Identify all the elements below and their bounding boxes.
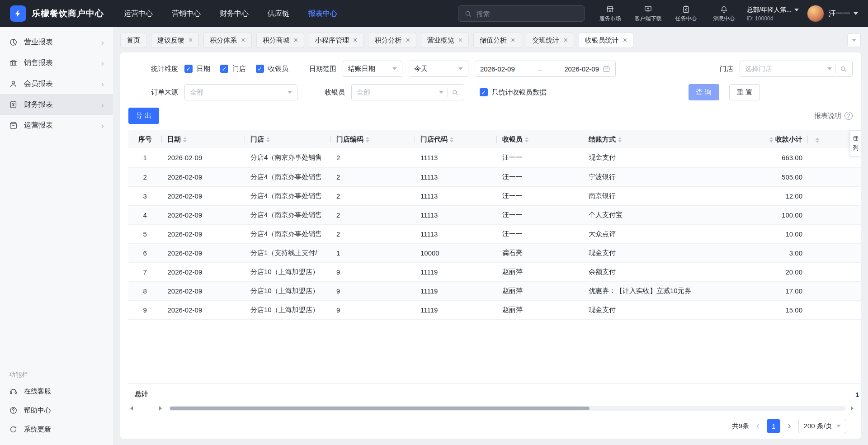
tab-8[interactable]: 储值分析×	[473, 33, 521, 48]
top-nav-item-5[interactable]: 报表中心	[308, 9, 337, 19]
column-header[interactable]: 门店编码	[331, 130, 415, 148]
dimension-checkbox-2[interactable]: 门店	[220, 65, 246, 73]
order-source-select[interactable]: 全部	[184, 84, 297, 100]
query-button[interactable]: 查 询	[689, 84, 719, 100]
sidebar-item-5[interactable]: 运营报表›	[0, 115, 113, 136]
export-button[interactable]: 导 出	[128, 108, 159, 124]
tabs-collapse-button[interactable]	[847, 33, 861, 47]
close-icon[interactable]: ×	[563, 37, 567, 44]
next-page-button[interactable]: ›	[787, 421, 792, 431]
top-nav-item-1[interactable]: 运营中心	[124, 9, 153, 19]
topbar: 乐檬餐饮商户中心 运营中心营销中心财务中心供应链报表中心 服务市场客户端下载任务…	[0, 0, 868, 27]
table-cell: 3.00	[739, 243, 808, 262]
column-header[interactable]: 结账方式	[583, 130, 739, 148]
tab-4[interactable]: 积分商城×	[256, 33, 304, 48]
column-header[interactable]: 收款小计	[739, 130, 808, 148]
tab-1[interactable]: 首页	[120, 33, 146, 48]
dimension-checkbox-3[interactable]: 收银员	[256, 65, 288, 73]
table-cell: 2026-02-09	[162, 148, 245, 167]
sort-icon[interactable]	[366, 137, 369, 142]
quick-link[interactable]: 任务中心	[669, 5, 703, 23]
sidebar-item-1[interactable]: 营业报表›	[0, 32, 113, 52]
sort-icon[interactable]	[450, 137, 453, 142]
user-menu[interactable]: 汪一一	[829, 9, 858, 19]
sidebar-item-4[interactable]: 财务报表›	[0, 94, 113, 115]
only-cashier-checkbox[interactable]: 只统计收银员数据	[480, 88, 546, 97]
table-cell: 汪一一	[497, 224, 583, 243]
close-icon[interactable]: ×	[353, 37, 357, 44]
tab-9[interactable]: 交班统计×	[526, 33, 574, 48]
close-icon[interactable]: ×	[623, 37, 627, 44]
dimension-checkbox-1[interactable]: 日期	[184, 65, 210, 73]
table-cell: 2026-02-09	[162, 243, 245, 262]
org-switcher[interactable]: 总部/年轻人第... ID: 100004	[746, 6, 799, 22]
table-cell: 2026-02-09	[162, 224, 245, 243]
date-range-input[interactable]: 2026-02-09 → 2026-02-09	[475, 61, 616, 77]
top-nav-item-3[interactable]: 财务中心	[220, 9, 249, 19]
column-header[interactable]: 门店代码	[415, 130, 497, 148]
quick-link[interactable]: 消息中心	[707, 5, 741, 23]
sidebar-item-3[interactable]: 会员报表›	[0, 73, 113, 94]
page-size-select[interactable]: 200 条/页	[798, 419, 846, 433]
tab-6[interactable]: 积分分析×	[368, 33, 416, 48]
sort-icon[interactable]	[525, 137, 528, 142]
close-icon[interactable]: ×	[294, 37, 298, 44]
table-cell: 2	[331, 167, 415, 186]
table-cell: 505.00	[739, 167, 808, 186]
reset-button[interactable]: 重 置	[729, 84, 760, 100]
top-nav-item-4[interactable]: 供应链	[268, 9, 289, 19]
close-icon[interactable]: ×	[511, 37, 515, 44]
tab-5[interactable]: 小程序管理×	[309, 33, 363, 48]
top-nav-item-2[interactable]: 营销中心	[172, 9, 201, 19]
prev-page-button[interactable]: ‹	[755, 421, 760, 431]
close-icon[interactable]: ×	[241, 37, 245, 44]
table-cell: 15.00	[739, 300, 808, 319]
top-search[interactable]	[458, 5, 585, 22]
table-cell	[808, 224, 861, 243]
search-icon[interactable]	[451, 89, 459, 96]
sidebar-footer-item-1[interactable]: 在线客服	[0, 382, 113, 401]
search-icon[interactable]	[840, 65, 847, 73]
quick-link[interactable]: 客户端下载	[631, 5, 665, 23]
tab-2[interactable]: 建议反馈×	[151, 33, 199, 48]
column-label: 序号	[138, 135, 152, 143]
cashier-select[interactable]: 全部	[351, 84, 464, 100]
tab-label: 交班统计	[532, 36, 559, 45]
table-row: 32026-02-09分店4（南京办事处销售211113汪一一南京银行12.00	[128, 186, 861, 205]
chevron-right-icon: ›	[101, 121, 104, 130]
close-icon[interactable]: ×	[189, 37, 193, 44]
store-select[interactable]: 选择门店	[740, 61, 853, 77]
sort-icon[interactable]	[266, 137, 270, 142]
scrollbar-thumb[interactable]	[170, 407, 590, 410]
column-settings-button[interactable]: 列	[850, 130, 861, 156]
sidebar-footer-item-2[interactable]: 帮助中心	[0, 401, 113, 420]
column-header[interactable]: 收银员	[497, 130, 583, 148]
tab-3[interactable]: 积分体系×	[203, 33, 251, 48]
search-input[interactable]	[476, 10, 579, 18]
scroll-left-button[interactable]	[128, 405, 135, 412]
sort-icon[interactable]	[816, 137, 819, 143]
scroll-right-button[interactable]	[157, 405, 164, 412]
close-icon[interactable]: ×	[406, 37, 410, 44]
date-type-select[interactable]: 结账日期	[343, 61, 402, 77]
page-number-button[interactable]: 1	[767, 419, 780, 433]
sort-icon[interactable]	[618, 137, 622, 142]
report-help-link[interactable]: 报表说明 ?	[814, 112, 853, 120]
column-header[interactable]: 日期	[162, 130, 245, 148]
column-label: 收款小计	[775, 135, 802, 143]
tab-10[interactable]: 收银员统计×	[579, 33, 633, 48]
sidebar-footer-item-3[interactable]: 系统更新	[0, 420, 113, 439]
column-header[interactable]: 门店	[245, 130, 331, 148]
scroll-right-end-button[interactable]	[849, 405, 855, 412]
tab-7[interactable]: 营业概览×	[421, 33, 469, 48]
scrollbar-track[interactable]	[169, 406, 845, 411]
quick-link[interactable]: 服务市场	[593, 5, 627, 23]
sidebar-item-2[interactable]: 销售报表›	[0, 52, 113, 73]
avatar[interactable]	[807, 5, 824, 22]
close-icon[interactable]: ×	[458, 37, 462, 44]
tab-label: 小程序管理	[315, 36, 349, 45]
sort-icon[interactable]	[183, 137, 187, 142]
sort-icon[interactable]	[769, 137, 773, 142]
dimension-checkboxes: 日期门店收银员	[184, 65, 288, 73]
date-preset-select[interactable]: 今天	[409, 61, 468, 77]
